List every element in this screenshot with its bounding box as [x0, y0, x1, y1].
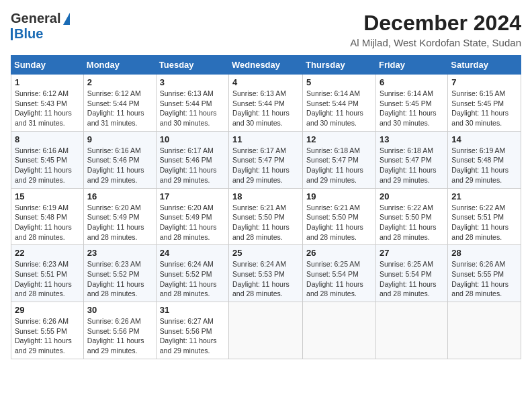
calendar-cell: 4 Sunrise: 6:13 AMSunset: 5:44 PMDayligh… — [229, 75, 303, 132]
day-number: 16 — [87, 191, 152, 201]
calendar-cell — [229, 302, 303, 359]
day-number: 6 — [380, 77, 444, 87]
day-info: Sunrise: 6:13 AMSunset: 5:44 PMDaylight:… — [160, 89, 217, 127]
calendar-week-2: 8 Sunrise: 6:16 AMSunset: 5:45 PMDayligh… — [11, 131, 521, 188]
calendar-week-4: 22 Sunrise: 6:23 AMSunset: 5:51 PMDaylig… — [11, 245, 521, 302]
day-info: Sunrise: 6:27 AMSunset: 5:56 PMDaylight:… — [160, 317, 217, 355]
calendar-cell: 17 Sunrise: 6:20 AMSunset: 5:49 PMDaylig… — [156, 188, 228, 245]
calendar-header-saturday: Saturday — [448, 56, 521, 75]
day-info: Sunrise: 6:17 AMSunset: 5:46 PMDaylight:… — [160, 146, 217, 184]
calendar-cell — [303, 302, 376, 359]
day-number: 30 — [87, 305, 152, 315]
calendar-table: SundayMondayTuesdayWednesdayThursdayFrid… — [11, 55, 521, 359]
day-number: 24 — [160, 248, 225, 258]
day-number: 20 — [380, 191, 444, 201]
day-info: Sunrise: 6:23 AMSunset: 5:51 PMDaylight:… — [15, 260, 72, 298]
day-number: 29 — [15, 305, 80, 315]
day-info: Sunrise: 6:12 AMSunset: 5:44 PMDaylight:… — [87, 89, 144, 127]
calendar-cell: 21 Sunrise: 6:22 AMSunset: 5:51 PMDaylig… — [448, 188, 521, 245]
calendar-cell: 22 Sunrise: 6:23 AMSunset: 5:51 PMDaylig… — [11, 245, 84, 302]
day-info: Sunrise: 6:26 AMSunset: 5:56 PMDaylight:… — [87, 317, 144, 355]
logo: General Blue — [11, 11, 70, 42]
calendar-cell: 10 Sunrise: 6:17 AMSunset: 5:46 PMDaylig… — [156, 131, 228, 188]
day-number: 4 — [232, 77, 299, 87]
calendar-week-5: 29 Sunrise: 6:26 AMSunset: 5:55 PMDaylig… — [11, 302, 521, 359]
day-number: 23 — [87, 248, 152, 258]
day-info: Sunrise: 6:21 AMSunset: 5:50 PMDaylight:… — [306, 203, 363, 241]
calendar-cell: 20 Sunrise: 6:22 AMSunset: 5:50 PMDaylig… — [375, 188, 447, 245]
calendar-cell: 30 Sunrise: 6:26 AMSunset: 5:56 PMDaylig… — [83, 302, 156, 359]
page-header: General Blue December 2024 Al Mijlad, We… — [11, 11, 521, 48]
day-number: 3 — [160, 77, 225, 87]
day-info: Sunrise: 6:17 AMSunset: 5:47 PMDaylight:… — [232, 146, 290, 184]
calendar-cell: 13 Sunrise: 6:18 AMSunset: 5:47 PMDaylig… — [375, 131, 447, 188]
calendar-cell: 8 Sunrise: 6:16 AMSunset: 5:45 PMDayligh… — [11, 131, 84, 188]
calendar-header-tuesday: Tuesday — [156, 56, 228, 75]
day-number: 22 — [15, 248, 80, 258]
day-number: 28 — [451, 248, 517, 258]
calendar-cell: 15 Sunrise: 6:19 AMSunset: 5:48 PMDaylig… — [11, 188, 84, 245]
logo-blue-line — [11, 28, 13, 40]
calendar-header-wednesday: Wednesday — [229, 56, 303, 75]
calendar-cell: 9 Sunrise: 6:16 AMSunset: 5:46 PMDayligh… — [83, 131, 156, 188]
calendar-cell: 16 Sunrise: 6:20 AMSunset: 5:49 PMDaylig… — [83, 188, 156, 245]
calendar-cell: 11 Sunrise: 6:17 AMSunset: 5:47 PMDaylig… — [229, 131, 303, 188]
title-section: December 2024 Al Mijlad, West Kordofan S… — [350, 11, 521, 48]
day-info: Sunrise: 6:14 AMSunset: 5:44 PMDaylight:… — [306, 89, 363, 127]
calendar-cell: 25 Sunrise: 6:24 AMSunset: 5:53 PMDaylig… — [229, 245, 303, 302]
calendar-cell: 2 Sunrise: 6:12 AMSunset: 5:44 PMDayligh… — [83, 75, 156, 132]
calendar-header-friday: Friday — [375, 56, 447, 75]
calendar-cell: 23 Sunrise: 6:23 AMSunset: 5:52 PMDaylig… — [83, 245, 156, 302]
calendar-cell: 3 Sunrise: 6:13 AMSunset: 5:44 PMDayligh… — [156, 75, 228, 132]
day-info: Sunrise: 6:18 AMSunset: 5:47 PMDaylight:… — [306, 146, 363, 184]
day-info: Sunrise: 6:21 AMSunset: 5:50 PMDaylight:… — [232, 203, 290, 241]
calendar-header-sunday: Sunday — [11, 56, 84, 75]
day-number: 12 — [306, 134, 372, 144]
day-info: Sunrise: 6:16 AMSunset: 5:46 PMDaylight:… — [87, 146, 144, 184]
logo-general: General — [11, 11, 60, 26]
calendar-cell: 19 Sunrise: 6:21 AMSunset: 5:50 PMDaylig… — [303, 188, 376, 245]
day-info: Sunrise: 6:15 AMSunset: 5:45 PMDaylight:… — [451, 89, 508, 127]
day-info: Sunrise: 6:22 AMSunset: 5:50 PMDaylight:… — [380, 203, 437, 241]
day-info: Sunrise: 6:25 AMSunset: 5:54 PMDaylight:… — [380, 260, 437, 298]
calendar-header-thursday: Thursday — [303, 56, 376, 75]
day-info: Sunrise: 6:13 AMSunset: 5:44 PMDaylight:… — [232, 89, 290, 127]
calendar-cell — [448, 302, 521, 359]
calendar-cell: 18 Sunrise: 6:21 AMSunset: 5:50 PMDaylig… — [229, 188, 303, 245]
calendar-header-row: SundayMondayTuesdayWednesdayThursdayFrid… — [11, 56, 521, 75]
day-number: 8 — [15, 134, 80, 144]
day-info: Sunrise: 6:12 AMSunset: 5:43 PMDaylight:… — [15, 89, 72, 127]
day-number: 26 — [306, 248, 372, 258]
day-info: Sunrise: 6:19 AMSunset: 5:48 PMDaylight:… — [451, 146, 508, 184]
day-info: Sunrise: 6:24 AMSunset: 5:52 PMDaylight:… — [160, 260, 217, 298]
day-number: 18 — [232, 191, 299, 201]
day-info: Sunrise: 6:19 AMSunset: 5:48 PMDaylight:… — [15, 203, 72, 241]
day-info: Sunrise: 6:20 AMSunset: 5:49 PMDaylight:… — [87, 203, 144, 241]
day-number: 9 — [87, 134, 152, 144]
location: Al Mijlad, West Kordofan State, Sudan — [350, 37, 521, 48]
day-info: Sunrise: 6:20 AMSunset: 5:49 PMDaylight:… — [160, 203, 217, 241]
calendar-week-1: 1 Sunrise: 6:12 AMSunset: 5:43 PMDayligh… — [11, 75, 521, 132]
calendar-cell: 14 Sunrise: 6:19 AMSunset: 5:48 PMDaylig… — [448, 131, 521, 188]
calendar-cell: 28 Sunrise: 6:26 AMSunset: 5:55 PMDaylig… — [448, 245, 521, 302]
day-number: 1 — [15, 77, 80, 87]
day-info: Sunrise: 6:24 AMSunset: 5:53 PMDaylight:… — [232, 260, 290, 298]
calendar-cell: 12 Sunrise: 6:18 AMSunset: 5:47 PMDaylig… — [303, 131, 376, 188]
calendar-week-3: 15 Sunrise: 6:19 AMSunset: 5:48 PMDaylig… — [11, 188, 521, 245]
calendar-cell: 27 Sunrise: 6:25 AMSunset: 5:54 PMDaylig… — [375, 245, 447, 302]
day-number: 25 — [232, 248, 299, 258]
month-title: December 2024 — [350, 11, 521, 36]
calendar-header-monday: Monday — [83, 56, 156, 75]
day-info: Sunrise: 6:14 AMSunset: 5:45 PMDaylight:… — [380, 89, 437, 127]
calendar-cell: 6 Sunrise: 6:14 AMSunset: 5:45 PMDayligh… — [375, 75, 447, 132]
day-number: 27 — [380, 248, 444, 258]
calendar-cell: 26 Sunrise: 6:25 AMSunset: 5:54 PMDaylig… — [303, 245, 376, 302]
calendar-cell: 1 Sunrise: 6:12 AMSunset: 5:43 PMDayligh… — [11, 75, 84, 132]
day-info: Sunrise: 6:26 AMSunset: 5:55 PMDaylight:… — [15, 317, 72, 355]
day-info: Sunrise: 6:18 AMSunset: 5:47 PMDaylight:… — [380, 146, 437, 184]
calendar-cell: 5 Sunrise: 6:14 AMSunset: 5:44 PMDayligh… — [303, 75, 376, 132]
calendar-cell: 31 Sunrise: 6:27 AMSunset: 5:56 PMDaylig… — [156, 302, 228, 359]
day-number: 21 — [451, 191, 517, 201]
day-number: 10 — [160, 134, 225, 144]
logo-triangle-icon — [63, 13, 70, 25]
